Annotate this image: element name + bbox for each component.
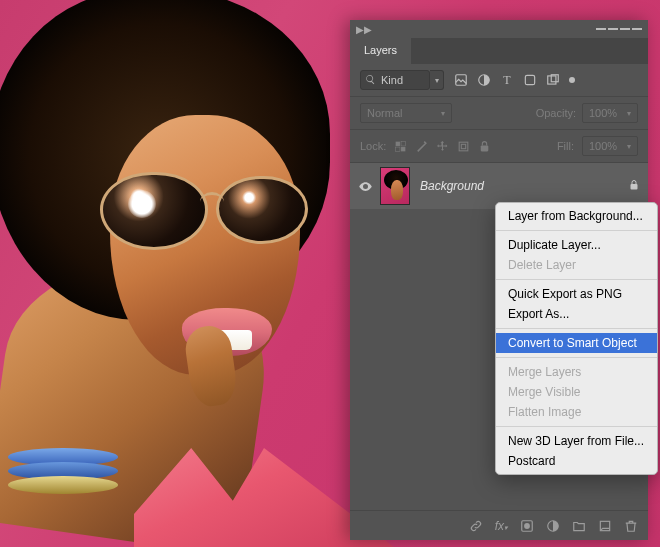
lock-position-icon[interactable]	[436, 140, 449, 153]
eye-icon	[358, 179, 373, 194]
menu-separator	[496, 357, 657, 358]
lock-transparency-icon[interactable]	[394, 140, 407, 153]
filter-kind-dropdown[interactable]: ▾	[430, 70, 444, 90]
layer-lock-icon[interactable]	[628, 179, 640, 193]
lens-highlight	[128, 190, 156, 218]
panel-tabs: Layers	[350, 38, 648, 64]
new-layer-icon[interactable]	[598, 519, 612, 533]
menu-item[interactable]: Quick Export as PNG	[496, 284, 657, 304]
menu-item[interactable]: Convert to Smart Object	[496, 333, 657, 353]
svg-rect-6	[401, 147, 405, 151]
smart-object-filter-icon[interactable]	[546, 73, 560, 87]
blend-mode-value: Normal	[367, 107, 402, 119]
panel-menu-icon[interactable]	[596, 28, 642, 30]
svg-point-14	[524, 523, 530, 529]
fill-label: Fill:	[557, 140, 574, 152]
menu-separator	[496, 426, 657, 427]
menu-separator	[496, 328, 657, 329]
svg-rect-2	[525, 75, 534, 84]
layer-name[interactable]: Background	[420, 179, 484, 193]
blend-row: Normal ▾ Opacity: 100% ▾	[350, 97, 648, 130]
shape-layer-filter-icon[interactable]	[523, 73, 537, 87]
opacity-label: Opacity:	[536, 107, 576, 119]
menu-item: Flatten Image	[496, 402, 657, 422]
menu-item[interactable]: Layer from Background...	[496, 206, 657, 226]
svg-rect-10	[462, 144, 466, 148]
menu-item[interactable]: Postcard	[496, 451, 657, 471]
link-layers-icon[interactable]	[469, 519, 483, 533]
layer-context-menu: Layer from Background...Duplicate Layer.…	[495, 202, 658, 475]
svg-rect-11	[481, 145, 489, 151]
opacity-input[interactable]: 100% ▾	[582, 103, 638, 123]
pixel-layer-filter-icon[interactable]	[454, 73, 468, 87]
fill-input[interactable]: 100% ▾	[582, 136, 638, 156]
adjustment-layer-filter-icon[interactable]	[477, 73, 491, 87]
menu-item[interactable]: Duplicate Layer...	[496, 235, 657, 255]
menu-item[interactable]: New 3D Layer from File...	[496, 431, 657, 451]
lock-pixels-icon[interactable]	[415, 140, 428, 153]
tab-layers[interactable]: Layers	[350, 38, 412, 64]
menu-item[interactable]: Export As...	[496, 304, 657, 324]
menu-item: Merge Layers	[496, 362, 657, 382]
lock-all-icon[interactable]	[478, 140, 491, 153]
adjustment-layer-icon[interactable]	[546, 519, 560, 533]
subject-bangle	[8, 476, 118, 494]
svg-rect-5	[396, 141, 400, 145]
svg-rect-12	[631, 184, 638, 190]
opacity-value: 100%	[589, 107, 617, 119]
filter-toggle-icon[interactable]	[569, 77, 575, 83]
delete-layer-icon[interactable]	[624, 519, 638, 533]
lock-label: Lock:	[360, 140, 386, 152]
type-layer-filter-icon[interactable]: T	[500, 73, 514, 87]
svg-rect-7	[401, 141, 405, 145]
blend-mode-select[interactable]: Normal ▾	[360, 103, 452, 123]
layer-fx-icon[interactable]: fx▾	[495, 519, 508, 533]
search-icon	[365, 74, 376, 85]
svg-rect-3	[548, 76, 556, 84]
collapse-icon[interactable]: ▶▶	[356, 24, 366, 35]
menu-separator	[496, 279, 657, 280]
panel-footer: fx▾	[350, 510, 648, 540]
group-icon[interactable]	[572, 519, 586, 533]
svg-rect-8	[396, 147, 400, 151]
menu-item: Delete Layer	[496, 255, 657, 275]
menu-item: Merge Visible	[496, 382, 657, 402]
svg-rect-9	[459, 142, 468, 151]
panel-header: ▶▶	[350, 20, 648, 38]
lock-row: Lock: Fill: 100% ▾	[350, 130, 648, 163]
visibility-toggle[interactable]	[350, 179, 380, 194]
layer-mask-icon[interactable]	[520, 519, 534, 533]
layer-thumbnail[interactable]	[380, 167, 410, 205]
fill-value: 100%	[589, 140, 617, 152]
lock-artboard-icon[interactable]	[457, 140, 470, 153]
filter-row: ▾ T	[350, 64, 648, 97]
menu-separator	[496, 230, 657, 231]
